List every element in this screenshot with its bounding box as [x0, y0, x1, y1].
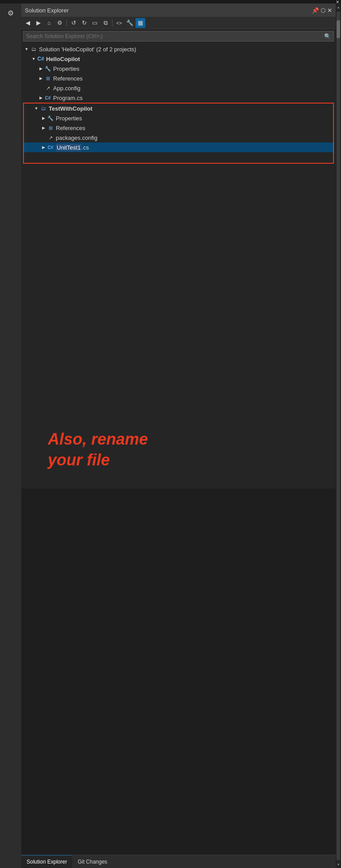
hc-references-node[interactable]: ⊞ References [21, 73, 336, 83]
se-panel: ⚙ Solution Explorer 📌 ⬡ ✕ ◀ ▶ ⌂ ⚙ [0, 4, 341, 868]
project2-node[interactable]: 🗂 TestWithCopilot [24, 104, 333, 113]
annotation-text: Also, rename your file [48, 429, 309, 471]
references-icon2: ⊞ [47, 124, 54, 131]
highlight-box-padding [24, 152, 333, 163]
project1-node[interactable]: C# HelloCopilot [21, 54, 336, 64]
scroll-down-btn[interactable]: ▼ [336, 861, 341, 868]
hc-references-label: References [53, 75, 82, 82]
tree-area: 🗂 Solution 'HelloCopilot' (2 of 2 projec… [21, 43, 336, 411]
twc-references-arrow [40, 124, 47, 131]
separator1 [66, 19, 67, 27]
scrollbar: ▲ ▼ [336, 4, 341, 868]
search-input[interactable] [26, 33, 324, 39]
hc-properties-node[interactable]: 🔧 Properties [21, 64, 336, 73]
wrench-icon1: 🔧 [44, 65, 51, 72]
sync-btn[interactable]: ⧉ [101, 18, 110, 28]
code-btn[interactable]: <> [114, 18, 124, 28]
csharp-icon2: C# [47, 144, 54, 151]
left-activity-bar: ⚙ [0, 4, 21, 868]
project2-icon: 🗂 [40, 105, 47, 112]
panel-close-icon[interactable]: ✕ [327, 7, 332, 14]
separator2 [112, 19, 112, 27]
view-btn[interactable]: ▦ [136, 18, 145, 28]
window-close-icon[interactable]: ✕ [336, 0, 339, 4]
hc-properties-label: Properties [53, 65, 79, 72]
project2-label: TestWithCopilot [49, 105, 93, 112]
twc-unittest-arrow [40, 144, 47, 151]
forward-btn[interactable]: ▶ [34, 18, 43, 28]
gear-icon[interactable]: ⚙ [8, 9, 14, 17]
title-text: Solution Explorer [25, 7, 69, 14]
project1-icon: C# [37, 55, 44, 62]
config-icon1: ↗ [44, 84, 51, 92]
project1-arrow [30, 55, 37, 62]
title-bar-right: 📌 ⬡ ✕ [312, 7, 332, 14]
search-icon: 🔍 [324, 33, 331, 39]
solution-icon: 🗂 [30, 46, 37, 53]
main-content-area [21, 488, 336, 855]
hc-appconfig-label: App.config [53, 85, 80, 92]
twc-properties-node[interactable]: 🔧 Properties [24, 113, 333, 123]
filename-ext: .cs [81, 144, 89, 151]
collapse-btn[interactable]: ▭ [90, 18, 100, 28]
solution-explorer-panel: Solution Explorer 📌 ⬡ ✕ ◀ ▶ ⌂ ⚙ ↺ ↻ ▭ ⧉ [21, 4, 336, 868]
twc-unittest-node[interactable]: C# UnitTest1.cs [24, 142, 333, 152]
solution-node[interactable]: 🗂 Solution 'HelloCopilot' (2 of 2 projec… [21, 44, 336, 54]
hc-program-node[interactable]: C# Program.cs [21, 93, 336, 103]
annotation-line2: your file [48, 451, 110, 469]
project2-arrow [33, 105, 40, 112]
home-btn[interactable]: ⌂ [44, 18, 54, 28]
hc-properties-arrow [37, 65, 44, 72]
twc-properties-arrow [40, 115, 47, 122]
csharp-icon1: C# [44, 94, 51, 101]
title-bar: Solution Explorer 📌 ⬡ ✕ [21, 4, 336, 17]
twc-unittest-label: UnitTest1.cs [56, 144, 89, 151]
refresh-btn[interactable]: ↺ [69, 18, 78, 28]
title-bar-left: Solution Explorer [25, 7, 69, 14]
tab-bar: Solution Explorer Git Changes [21, 855, 336, 868]
project1-label: HelloCopilot [46, 56, 80, 62]
twc-packages-node[interactable]: ↗ packages.config [24, 133, 333, 142]
filename-selected: UnitTest1 [56, 144, 81, 151]
packages-icon: ↗ [47, 134, 54, 141]
main-layout: ✕ ✕ ⚙ Solution Explorer 📌 ⬡ ✕ [0, 0, 341, 868]
solution-label: Solution 'HelloCopilot' (2 of 2 projects… [39, 46, 136, 53]
scroll-thumb[interactable] [337, 20, 340, 38]
tab-git-changes[interactable]: Git Changes [72, 855, 112, 868]
scroll-track [337, 12, 340, 860]
twc-references-node[interactable]: ⊞ References [24, 123, 333, 133]
hc-references-arrow [37, 75, 44, 82]
wrench-icon2: 🔧 [47, 115, 54, 122]
annotation-area: Also, rename your file [21, 411, 336, 488]
back-btn[interactable]: ◀ [23, 18, 33, 28]
scroll-up-btn[interactable]: ▲ [336, 4, 341, 11]
hc-appconfig-node[interactable]: ↗ App.config [21, 83, 336, 93]
highlight-box: 🗂 TestWithCopilot 🔧 Properties ⊞ Referen… [23, 103, 334, 164]
toolbar: ◀ ▶ ⌂ ⚙ ↺ ↻ ▭ ⧉ <> 🔧 ▦ [21, 17, 336, 29]
annotation-line1: Also, rename [48, 430, 148, 448]
expand-icon[interactable]: ⬡ [321, 7, 326, 14]
wrench-btn[interactable]: 🔧 [125, 18, 135, 28]
references-icon1: ⊞ [44, 75, 51, 82]
refresh2-btn[interactable]: ↻ [79, 18, 89, 28]
solution-arrow [23, 46, 30, 53]
twc-references-label: References [56, 125, 85, 131]
window-top-bar: ✕ [0, 0, 341, 4]
tab-solution-explorer[interactable]: Solution Explorer [21, 855, 72, 868]
search-bar: 🔍 [23, 31, 334, 42]
pin-icon[interactable]: 📌 [312, 7, 319, 14]
hc-program-label: Program.cs [53, 95, 82, 101]
twc-packages-label: packages.config [56, 134, 97, 141]
settings-btn[interactable]: ⚙ [55, 18, 65, 28]
hc-program-arrow [37, 94, 44, 101]
twc-properties-label: Properties [56, 115, 82, 122]
